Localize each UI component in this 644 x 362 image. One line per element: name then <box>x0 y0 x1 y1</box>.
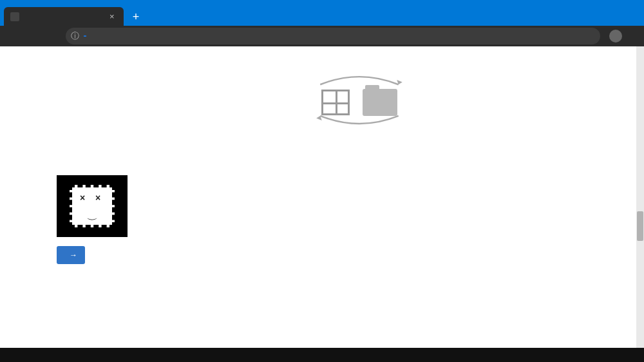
article-thumbnail <box>57 175 128 237</box>
folder-icon <box>363 89 397 116</box>
scrollbar-thumb[interactable] <box>637 211 643 241</box>
site-info-icon[interactable]: ⓘ <box>66 30 84 42</box>
address-bar[interactable]: ⓘ <box>66 28 600 44</box>
url-text <box>84 35 86 37</box>
suggestion-preview-image <box>250 49 469 156</box>
read-more-button[interactable]: → <box>57 246 85 264</box>
page-scrollbar[interactable] <box>636 46 644 348</box>
network-icon[interactable] <box>567 348 585 362</box>
minimize-button[interactable] <box>563 6 590 26</box>
browser-toolbar: ⓘ <box>0 26 644 46</box>
reload-button[interactable] <box>43 27 61 45</box>
arrow-right-icon: → <box>70 251 77 260</box>
close-tab-icon[interactable]: × <box>109 12 118 21</box>
volume-icon[interactable] <box>590 348 608 362</box>
forward-button[interactable] <box>23 27 41 45</box>
aw-snap-icon <box>70 185 115 227</box>
tab-favicon <box>10 12 19 21</box>
article-excerpt <box>137 175 413 237</box>
article-card: → <box>57 175 413 276</box>
active-tab[interactable]: × <box>4 7 124 26</box>
tab-strip: × + <box>0 6 644 26</box>
onedrive-icon[interactable] <box>544 348 562 362</box>
new-tab-button[interactable]: + <box>128 8 144 25</box>
windows-logo-icon <box>321 90 350 115</box>
profile-avatar[interactable] <box>609 30 622 43</box>
close-window-button[interactable] <box>617 6 644 26</box>
maximize-button[interactable] <box>590 6 617 26</box>
windows-taskbar <box>0 348 644 362</box>
back-button[interactable] <box>4 27 22 45</box>
tray-overflow-icon[interactable] <box>520 348 538 362</box>
